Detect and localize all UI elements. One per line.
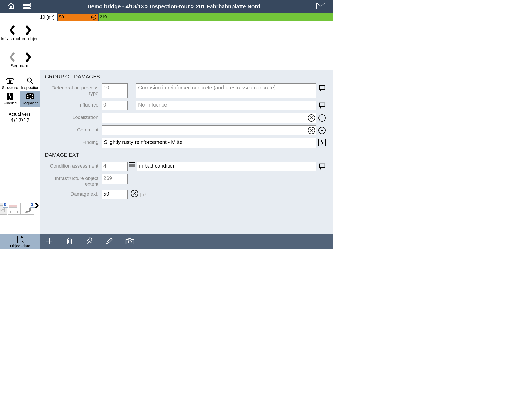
extent-label: Infrastructure object extent	[45, 174, 102, 187]
svg-rect-1	[23, 5, 31, 7]
tab-inspection[interactable]: Inspection	[20, 75, 41, 91]
svg-point-13	[27, 97, 29, 98]
condition-comment-button[interactable]	[318, 163, 326, 170]
svg-point-15	[32, 97, 33, 98]
comment-input[interactable]: ✕	[102, 125, 316, 135]
infra-nav-label: Infrastructure object	[0, 36, 40, 42]
comment-add-button[interactable]: +	[318, 127, 326, 134]
svg-rect-0	[23, 3, 31, 5]
photo-count-badge: 0	[3, 202, 8, 208]
list-icon[interactable]	[22, 2, 31, 11]
toolbar-edit-button[interactable]	[105, 237, 113, 246]
finding-input[interactable]: Slightly rusty reinforcement - Mitte	[102, 138, 316, 148]
influence-code-input[interactable]: 0	[102, 101, 128, 110]
toolbar-delete-button[interactable]	[66, 237, 73, 246]
thumbnail-plan-next[interactable]	[35, 203, 40, 215]
thumbnail-plan-1[interactable]	[8, 203, 21, 215]
tab-finding[interactable]: Finding	[0, 91, 20, 107]
deterioration-desc[interactable]: Corrosion in reinforced concrete (and pr…	[136, 83, 316, 98]
svg-point-12	[32, 95, 33, 96]
object-data-button[interactable]: Object-data	[0, 234, 40, 249]
segment-next-button[interactable]	[24, 52, 32, 62]
localization-clear-button[interactable]: ✕	[308, 114, 315, 122]
comment-clear-button[interactable]: ✕	[308, 127, 315, 134]
segment-prev-button[interactable]	[8, 52, 16, 62]
localization-add-button[interactable]: +	[318, 114, 326, 122]
condition-label: Condition assessment	[45, 162, 102, 169]
mail-icon[interactable]	[316, 6, 325, 10]
influence-comment-button[interactable]	[318, 102, 326, 109]
damage-ext-clear-button[interactable]: ✕	[131, 190, 138, 197]
infra-next-button[interactable]	[24, 25, 32, 35]
version-date: 4/17/13	[0, 117, 40, 124]
comment-label: Comment	[45, 125, 102, 133]
deterioration-comment-button[interactable]	[318, 84, 326, 92]
localization-label: Localization	[45, 113, 102, 120]
tab-segment[interactable]: Segment.	[20, 91, 41, 107]
condition-menu-button[interactable]	[128, 162, 136, 167]
svg-point-6	[27, 78, 31, 82]
plan-count-badge: 2	[30, 202, 35, 208]
deterioration-code-input[interactable]: 10	[102, 83, 128, 98]
tab-structure[interactable]: Structure	[0, 75, 20, 91]
damage-ext-input[interactable]: 50	[102, 190, 128, 200]
segment-icon	[20, 92, 41, 100]
svg-text:Ttt: Ttt	[25, 211, 28, 214]
condition-code-input[interactable]: 4	[102, 162, 128, 171]
svg-point-4	[91, 15, 96, 19]
progress-remaining-segment[interactable]: 219	[99, 13, 332, 21]
svg-point-10	[27, 95, 29, 96]
structure-icon	[0, 77, 20, 85]
influence-label: Influence	[45, 101, 102, 108]
inspection-icon	[20, 77, 41, 85]
progress-done-segment[interactable]: 50	[57, 13, 99, 21]
page-title: Demo bridge - 4/18/13 > Inspection-tour …	[31, 3, 316, 10]
localization-input[interactable]: ✕	[102, 113, 316, 123]
damage-ext-label: Damage ext.	[45, 190, 102, 197]
influence-desc[interactable]: No influence	[136, 101, 316, 110]
finding-icon	[0, 92, 20, 100]
damage-ext-unit: [m²]	[140, 192, 149, 197]
deterioration-label: Deterioration process type	[45, 83, 102, 96]
progress-remaining-value: 219	[100, 15, 107, 19]
segment-nav-label: Segment.	[0, 63, 40, 69]
home-icon[interactable]	[7, 2, 15, 11]
finding-crack-button[interactable]	[318, 139, 326, 146]
svg-point-35	[128, 240, 131, 243]
thumbnail-plan-2[interactable]: Ttt 2	[21, 203, 34, 215]
extent-value[interactable]: 269	[102, 174, 128, 184]
section-damage-ext-title: DAMAGE EXT.	[45, 152, 328, 158]
version-label: Actual vers.	[0, 112, 40, 117]
toolbar-camera-button[interactable]	[125, 237, 134, 246]
thumbnail-photo[interactable]: 0	[0, 203, 7, 215]
finding-field-label: Finding	[45, 138, 102, 145]
condition-desc[interactable]: in bad condition	[137, 162, 316, 171]
progress-done-value: 50	[59, 15, 64, 19]
thumbnail-photo-next[interactable]	[0, 215, 7, 221]
progress-unit-label: 10 [m²]	[0, 13, 57, 21]
toolbar-add-button[interactable]	[45, 237, 53, 246]
svg-line-7	[31, 82, 33, 84]
svg-point-11	[30, 94, 31, 95]
toolbar-pin-button[interactable]	[85, 237, 93, 246]
section-group-of-damages-title: GROUP OF DAMAGES	[45, 74, 328, 80]
svg-point-14	[30, 98, 31, 99]
infra-prev-button[interactable]	[8, 25, 16, 35]
